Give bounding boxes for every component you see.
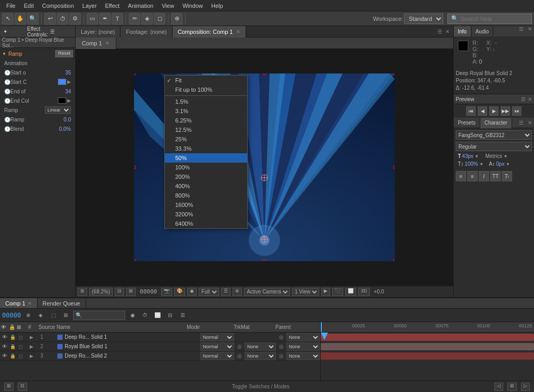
layer3-trkmat[interactable]: None	[245, 352, 276, 360]
character-tab[interactable]: Character	[480, 118, 512, 128]
layer2-expand[interactable]: ▶	[26, 344, 37, 349]
tt-align-left[interactable]: ≡	[456, 171, 466, 181]
audio-tab[interactable]: Audio	[471, 26, 494, 36]
comp-inner-tab[interactable]: Comp 1 ✕	[76, 38, 116, 49]
dd-25[interactable]: 25%	[165, 134, 247, 144]
status-btn1[interactable]: ⊞	[4, 383, 14, 391]
layer1-visibility[interactable]: 👁	[1, 334, 8, 340]
tool-shape-rect[interactable]: ▭	[87, 13, 98, 24]
handle-rc[interactable]	[393, 166, 395, 169]
handle-lc[interactable]	[134, 166, 136, 169]
size-arrow[interactable]: ▼	[475, 154, 479, 159]
dd-3200[interactable]: 3200%	[165, 210, 247, 219]
offset-val[interactable]: 0px	[496, 161, 504, 167]
tt-tt[interactable]: TT	[490, 171, 501, 181]
blend-clock[interactable]: 🕐	[4, 126, 10, 132]
panel-menu-btn[interactable]: ☰	[436, 29, 444, 34]
font-style-select[interactable]: Regular	[456, 142, 532, 151]
font-family-select[interactable]: FangSong_GB2312	[456, 130, 532, 140]
preview-prev-btn[interactable]: ◀	[478, 106, 487, 116]
ramp-type-select[interactable]: Linear	[45, 106, 71, 114]
vb-render-btn[interactable]: ▶	[321, 288, 330, 296]
vb-3d-btn[interactable]: 3D	[358, 288, 370, 296]
layer2-mode[interactable]: Normal	[200, 342, 234, 351]
dd-12p5[interactable]: 12.5%	[165, 125, 247, 134]
panel-menu-icon[interactable]: ☰	[50, 29, 72, 34]
vb-reset-zoom[interactable]: ⊟	[115, 288, 124, 296]
workspace-select[interactable]: Standard	[404, 14, 443, 24]
layer1-shy[interactable]: ◻	[17, 335, 24, 340]
handle-br[interactable]	[393, 260, 395, 261]
tool-text[interactable]: T	[112, 13, 123, 24]
comp-inner-tab-close[interactable]: ✕	[105, 41, 110, 46]
dd-6p25[interactable]: 6.25%	[165, 116, 247, 125]
end-col-arrow[interactable]: ▶	[67, 98, 71, 103]
preview-close[interactable]: ✕	[528, 96, 532, 102]
info-panel-close[interactable]: ✕	[526, 26, 534, 36]
dd-fit[interactable]: ✓ Fit	[165, 76, 247, 85]
tl-render-tab[interactable]: Render Queue	[38, 298, 86, 308]
search-input[interactable]	[460, 16, 528, 22]
preview-first-btn[interactable]: ⏮	[466, 106, 476, 116]
vb-grid-btn[interactable]: ⊞	[78, 288, 87, 296]
menu-animation[interactable]: Animation	[124, 3, 157, 9]
preview-next-btn[interactable]: ▶▶	[501, 106, 510, 116]
tl-tool2[interactable]: ◈	[35, 310, 46, 321]
tt-align-center[interactable]: ≡	[467, 171, 478, 181]
layer3-visibility[interactable]: 👁	[1, 353, 8, 359]
vb-color-btn[interactable]: 🎨	[174, 288, 185, 296]
status-slider[interactable]: ⊞	[507, 383, 517, 391]
menu-layer[interactable]: Layer	[78, 3, 101, 9]
tool-eraser[interactable]: ◻	[154, 13, 165, 24]
layer1-expand[interactable]: ▶	[26, 335, 37, 340]
reset-clock-icon[interactable]: 🕐	[4, 70, 10, 76]
dd-1600[interactable]: 1600%	[165, 200, 247, 210]
camera-select[interactable]: Active Camera	[244, 288, 290, 296]
vb-more2[interactable]: ⬜	[345, 288, 356, 296]
menu-composition[interactable]: Composition	[38, 3, 78, 9]
layer2-lock[interactable]: 🔒	[9, 344, 16, 349]
offset-arrow[interactable]: ▼	[505, 162, 510, 167]
track-bar-3[interactable]	[321, 352, 534, 360]
status-trim-right[interactable]: ▷	[521, 383, 530, 391]
vb-fit-btn[interactable]: ⊠	[126, 288, 136, 296]
tool-pen[interactable]: ✒	[99, 13, 111, 24]
handle-tc[interactable]	[263, 74, 266, 75]
tl-tool3[interactable]: ⬚	[48, 310, 58, 321]
layer3-lock[interactable]: 🔒	[9, 353, 16, 359]
blend-val[interactable]: 0.0%	[53, 126, 71, 132]
ramp-arrow[interactable]: ▼	[2, 52, 6, 56]
info-panel-menu[interactable]: ☰	[517, 26, 526, 36]
layer2-shy[interactable]: ◻	[17, 344, 24, 349]
dd-50[interactable]: 50%	[165, 153, 247, 163]
dd-400[interactable]: 400%	[165, 181, 247, 191]
start-opacity-val[interactable]: 35	[53, 70, 71, 76]
dd-fit100[interactable]: Fit up to 100%	[165, 85, 247, 94]
vb-camera-icon[interactable]: 📷	[161, 288, 172, 296]
tl-tool1[interactable]: ⊕	[23, 310, 33, 321]
layer2-parent[interactable]: None	[286, 342, 320, 351]
menu-help[interactable]: Help	[207, 3, 227, 9]
tab-layer[interactable]: Layer: (none)	[76, 26, 120, 38]
presets-tab[interactable]: Presets	[454, 118, 480, 128]
menu-window[interactable]: Window	[178, 3, 207, 9]
status-btn2[interactable]: ⊟	[18, 383, 27, 391]
preview-last-btn[interactable]: ⏭	[512, 106, 521, 116]
layer1-parent[interactable]: None	[286, 333, 320, 341]
quality-select[interactable]: Full	[199, 288, 219, 296]
metrics-arrow[interactable]: ▼	[503, 154, 508, 159]
start-c-clock[interactable]: 🕐	[4, 79, 10, 85]
dd-800[interactable]: 800%	[165, 191, 247, 200]
dd-6400[interactable]: 6400%	[165, 219, 247, 228]
handle-bl[interactable]	[134, 260, 136, 261]
layer3-parent[interactable]: None	[286, 352, 320, 360]
tl-tool5[interactable]: ◉	[127, 310, 138, 321]
tool-stamp[interactable]: ◈	[141, 13, 153, 24]
handle-tl[interactable]	[134, 74, 136, 75]
vb-display-btn[interactable]: ◉	[187, 288, 197, 296]
layer3-shy[interactable]: ◻	[17, 353, 24, 359]
handle-tr[interactable]	[393, 74, 395, 75]
dd-3p1[interactable]: 3.1%	[165, 106, 247, 116]
tab-comp-close[interactable]: ✕	[236, 29, 240, 34]
tl-tool8[interactable]: ⊟	[165, 310, 175, 321]
